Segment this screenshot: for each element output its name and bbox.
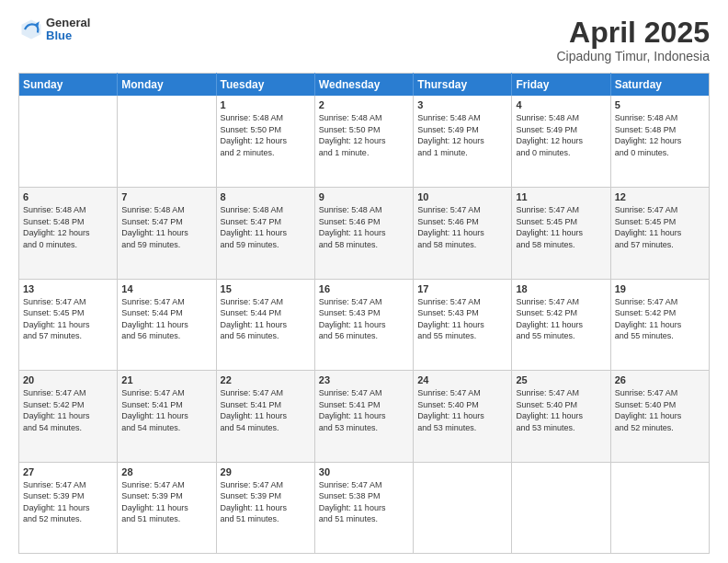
calendar-cell: 5Sunrise: 5:48 AM Sunset: 5:48 PM Daylig… [610,96,709,187]
day-info: Sunrise: 5:48 AM Sunset: 5:48 PM Dayligh… [615,112,705,158]
day-info: Sunrise: 5:47 AM Sunset: 5:40 PM Dayligh… [516,387,606,433]
day-number: 28 [121,466,211,477]
weekday-header: Thursday [414,74,512,97]
day-info: Sunrise: 5:47 AM Sunset: 5:40 PM Dayligh… [417,387,507,433]
calendar-cell: 4Sunrise: 5:48 AM Sunset: 5:49 PM Daylig… [512,96,610,187]
calendar-row: 13Sunrise: 5:47 AM Sunset: 5:45 PM Dayli… [19,279,710,370]
title-block: April 2025 Cipadung Timur, Indonesia [556,17,710,63]
calendar-cell: 26Sunrise: 5:47 AM Sunset: 5:40 PM Dayli… [610,371,709,462]
calendar-cell: 14Sunrise: 5:47 AM Sunset: 5:44 PM Dayli… [118,279,216,370]
day-info: Sunrise: 5:48 AM Sunset: 5:48 PM Dayligh… [23,204,113,250]
calendar-cell [118,96,216,187]
day-number: 20 [23,374,113,385]
day-info: Sunrise: 5:47 AM Sunset: 5:41 PM Dayligh… [221,387,311,433]
calendar-cell: 28Sunrise: 5:47 AM Sunset: 5:39 PM Dayli… [118,462,216,554]
day-number: 6 [23,191,113,202]
day-number: 12 [615,191,705,202]
day-info: Sunrise: 5:47 AM Sunset: 5:38 PM Dayligh… [319,479,409,525]
weekday-header: Monday [118,74,216,97]
weekday-header: Wednesday [314,74,413,97]
day-number: 1 [221,99,311,110]
calendar-cell [610,462,709,554]
calendar-cell: 27Sunrise: 5:47 AM Sunset: 5:39 PM Dayli… [19,462,118,554]
calendar-cell: 18Sunrise: 5:47 AM Sunset: 5:42 PM Dayli… [512,279,610,370]
calendar-cell: 30Sunrise: 5:47 AM Sunset: 5:38 PM Dayli… [314,462,413,554]
day-info: Sunrise: 5:47 AM Sunset: 5:44 PM Dayligh… [221,296,311,342]
logo-text: General Blue [46,17,90,43]
day-number: 8 [221,191,311,202]
day-info: Sunrise: 5:47 AM Sunset: 5:42 PM Dayligh… [23,387,113,433]
calendar-header: SundayMondayTuesdayWednesdayThursdayFrid… [19,74,710,97]
day-number: 21 [121,374,211,385]
day-number: 4 [516,99,606,110]
logo: General Blue [18,17,90,43]
day-number: 3 [417,99,507,110]
day-number: 7 [121,191,211,202]
day-info: Sunrise: 5:47 AM Sunset: 5:43 PM Dayligh… [417,296,507,342]
weekday-header: Tuesday [216,74,314,97]
day-number: 25 [516,374,606,385]
day-info: Sunrise: 5:47 AM Sunset: 5:39 PM Dayligh… [23,479,113,525]
calendar-cell: 1Sunrise: 5:48 AM Sunset: 5:50 PM Daylig… [216,96,314,187]
calendar-cell: 11Sunrise: 5:47 AM Sunset: 5:45 PM Dayli… [512,188,610,279]
calendar-cell: 17Sunrise: 5:47 AM Sunset: 5:43 PM Dayli… [414,279,512,370]
calendar-cell: 9Sunrise: 5:48 AM Sunset: 5:46 PM Daylig… [314,188,413,279]
calendar-cell: 3Sunrise: 5:48 AM Sunset: 5:49 PM Daylig… [414,96,512,187]
day-info: Sunrise: 5:47 AM Sunset: 5:46 PM Dayligh… [417,204,507,250]
calendar-row: 27Sunrise: 5:47 AM Sunset: 5:39 PM Dayli… [19,462,710,554]
day-number: 24 [417,374,507,385]
calendar-row: 1Sunrise: 5:48 AM Sunset: 5:50 PM Daylig… [19,96,710,187]
calendar-cell: 16Sunrise: 5:47 AM Sunset: 5:43 PM Dayli… [314,279,413,370]
calendar-cell: 23Sunrise: 5:47 AM Sunset: 5:41 PM Dayli… [314,371,413,462]
calendar-cell [19,96,118,187]
calendar-cell: 25Sunrise: 5:47 AM Sunset: 5:40 PM Dayli… [512,371,610,462]
day-info: Sunrise: 5:48 AM Sunset: 5:47 PM Dayligh… [221,204,311,250]
day-info: Sunrise: 5:47 AM Sunset: 5:39 PM Dayligh… [121,479,211,525]
header: General Blue April 2025 Cipadung Timur, … [18,17,710,63]
day-number: 23 [319,374,409,385]
weekday-header: Saturday [610,74,709,97]
calendar-cell: 7Sunrise: 5:48 AM Sunset: 5:47 PM Daylig… [118,188,216,279]
day-info: Sunrise: 5:48 AM Sunset: 5:50 PM Dayligh… [221,112,311,158]
day-info: Sunrise: 5:48 AM Sunset: 5:46 PM Dayligh… [319,204,409,250]
day-number: 17 [417,283,507,294]
day-number: 2 [319,99,409,110]
calendar-cell: 6Sunrise: 5:48 AM Sunset: 5:48 PM Daylig… [19,188,118,279]
day-info: Sunrise: 5:47 AM Sunset: 5:41 PM Dayligh… [319,387,409,433]
logo-blue: Blue [46,29,90,42]
day-info: Sunrise: 5:47 AM Sunset: 5:44 PM Dayligh… [121,296,211,342]
day-info: Sunrise: 5:47 AM Sunset: 5:45 PM Dayligh… [615,204,705,250]
calendar-cell [414,462,512,554]
page: General Blue April 2025 Cipadung Timur, … [0,0,728,563]
calendar-cell: 2Sunrise: 5:48 AM Sunset: 5:50 PM Daylig… [314,96,413,187]
logo-icon [18,17,44,42]
day-info: Sunrise: 5:47 AM Sunset: 5:42 PM Dayligh… [516,296,606,342]
subtitle: Cipadung Timur, Indonesia [556,49,710,63]
weekday-row: SundayMondayTuesdayWednesdayThursdayFrid… [19,74,710,97]
day-info: Sunrise: 5:48 AM Sunset: 5:49 PM Dayligh… [417,112,507,158]
weekday-header: Sunday [19,74,118,97]
calendar-row: 20Sunrise: 5:47 AM Sunset: 5:42 PM Dayli… [19,371,710,462]
day-info: Sunrise: 5:48 AM Sunset: 5:47 PM Dayligh… [121,204,211,250]
day-number: 26 [615,374,705,385]
calendar-table: SundayMondayTuesdayWednesdayThursdayFrid… [18,73,710,554]
main-title: April 2025 [556,17,710,49]
calendar-cell [512,462,610,554]
calendar-cell: 20Sunrise: 5:47 AM Sunset: 5:42 PM Dayli… [19,371,118,462]
day-number: 16 [319,283,409,294]
day-info: Sunrise: 5:47 AM Sunset: 5:40 PM Dayligh… [615,387,705,433]
day-number: 13 [23,283,113,294]
day-number: 10 [417,191,507,202]
calendar-cell: 21Sunrise: 5:47 AM Sunset: 5:41 PM Dayli… [118,371,216,462]
calendar-cell: 22Sunrise: 5:47 AM Sunset: 5:41 PM Dayli… [216,371,314,462]
day-number: 14 [121,283,211,294]
day-info: Sunrise: 5:47 AM Sunset: 5:42 PM Dayligh… [615,296,705,342]
day-info: Sunrise: 5:47 AM Sunset: 5:41 PM Dayligh… [121,387,211,433]
day-number: 29 [221,466,311,477]
calendar-cell: 13Sunrise: 5:47 AM Sunset: 5:45 PM Dayli… [19,279,118,370]
day-info: Sunrise: 5:47 AM Sunset: 5:39 PM Dayligh… [221,479,311,525]
weekday-header: Friday [512,74,610,97]
day-number: 22 [221,374,311,385]
day-info: Sunrise: 5:47 AM Sunset: 5:43 PM Dayligh… [319,296,409,342]
day-info: Sunrise: 5:48 AM Sunset: 5:49 PM Dayligh… [516,112,606,158]
